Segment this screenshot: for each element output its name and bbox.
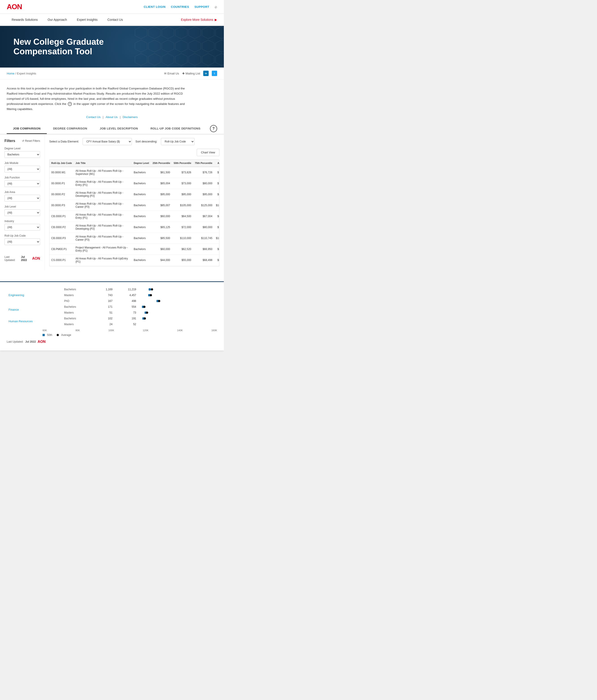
employee-count-cell: 191	[114, 316, 138, 321]
explore-more[interactable]: Explore More Solutions ▶	[181, 18, 217, 22]
email-us-label: Email Us	[167, 72, 179, 75]
email-us-link[interactable]: ✉ Email Us	[164, 72, 179, 75]
tab-job-level-description[interactable]: JOB LEVEL DESCRIPTION	[93, 123, 144, 134]
nav-contact-us[interactable]: Contact Us	[102, 14, 128, 25]
chart-cell	[138, 316, 217, 321]
cell-rollup: CB.0000.P2	[49, 222, 74, 232]
table-row: CS.0000.P2 All Areas Roll-Up - All Focus…	[49, 266, 219, 267]
job-module-select[interactable]: (All)	[4, 166, 40, 172]
reset-filters-link[interactable]: ↺ Reset Filters	[22, 139, 40, 143]
job-level-select[interactable]: (All)	[4, 209, 40, 216]
cell-p50: $76,000	[172, 266, 193, 267]
nav-expert-insights[interactable]: Expert Insights	[72, 14, 102, 25]
company-count-cell: 1,169	[94, 286, 114, 292]
chevron-right-icon: ▶	[215, 18, 217, 22]
compensation-table: Roll-Up Job Code Job Title Degree Level …	[49, 159, 219, 267]
cell-p25: $85,007	[151, 200, 172, 211]
cell-degree: Bachelors	[132, 189, 151, 200]
job-area-select[interactable]: (All)	[4, 195, 40, 201]
tabs-container: JOB COMPARISON DEGREE COMPARISON JOB LEV…	[0, 123, 224, 134]
breadcrumb-actions: ✉ Email Us ✚ Mailing List in t	[164, 71, 217, 76]
job-function-select[interactable]: (All)	[4, 180, 40, 187]
job-module-label: Job Module	[4, 161, 40, 165]
sort-select[interactable]: Roll-Up Job Code	[161, 138, 194, 145]
mailing-list-link[interactable]: ✚ Mailing List	[182, 72, 200, 75]
nav-rewards-solutions[interactable]: Rewards Solutions	[7, 14, 43, 25]
bottom-degree-comparison: Engineering Bachelors 1,169 11,219 Maste…	[0, 281, 224, 350]
degree-cell: Masters	[62, 310, 93, 316]
degree-level-select[interactable]: Bachelors	[4, 151, 40, 158]
job-function-label: Job Function	[4, 176, 40, 179]
cell-p50: $95,000	[172, 189, 193, 200]
link-separator-2: |	[120, 116, 121, 119]
tab-degree-comparison[interactable]: DEGREE COMPARISON	[47, 123, 93, 134]
cell-title: All Areas Roll-Up - All Focuses Roll-Up …	[74, 222, 132, 232]
job-area-link[interactable]: Engineering	[8, 294, 24, 297]
tab-rollup-definitions[interactable]: ROLL-UP JOB CODE DEFINITIONS	[144, 123, 207, 134]
breadcrumb-home[interactable]: Home	[7, 72, 15, 75]
table-row: CB.0000.P1 All Areas Roll-Up - All Focus…	[49, 211, 219, 222]
countries-link[interactable]: COUNTRIES	[171, 5, 189, 8]
degree-level-label: Degree Level	[4, 147, 40, 150]
cell-p50: $110,000	[172, 232, 193, 244]
cell-degree: Bachelors	[132, 200, 151, 211]
cell-p25: $95,000	[151, 189, 172, 200]
col-header-rollup: Roll-Up Job Code	[49, 159, 74, 167]
client-login-link[interactable]: CLIENT LOGIN	[144, 5, 166, 8]
cell-p50: $105,000	[172, 200, 193, 211]
cell-degree: Bachelors	[132, 211, 151, 222]
job-area-cell: Engineering	[7, 286, 62, 304]
support-link[interactable]: SUPPORT	[194, 5, 209, 8]
help-button[interactable]: ?	[210, 125, 217, 132]
content-links: Contact Us | About Us | Disclaimers	[7, 116, 217, 119]
cell-rollup: 00.0000.P1	[49, 178, 74, 189]
company-count-cell: 167	[94, 298, 114, 304]
chart-cell	[138, 321, 217, 327]
degree-cell: Bachelors	[62, 304, 93, 310]
data-element-select[interactable]: CFY Annual Base Salary ($)	[82, 138, 132, 145]
contact-us-link[interactable]: Contact Us	[86, 116, 100, 119]
hero-background-pattern	[134, 26, 224, 68]
cell-title: All Areas Roll-Up - All Focuses Roll-Up …	[74, 200, 132, 211]
aon-logo-sidebar: AON	[32, 256, 40, 260]
linkedin-icon[interactable]: in	[203, 71, 209, 76]
x-axis-label: 120K	[143, 329, 149, 332]
cell-p75: $80,000	[193, 222, 214, 232]
employee-count-cell: 73	[114, 310, 138, 316]
disclaimers-link[interactable]: Disclaimers	[123, 116, 138, 119]
cell-p25: $61,500	[151, 167, 172, 178]
data-toolbar: Select a Data Element: CFY Annual Base S…	[49, 138, 219, 156]
bottom-aon-logo: AON	[38, 340, 46, 344]
cell-p50: $73,000	[172, 178, 193, 189]
cell-rollup: CB.0000.P3	[49, 232, 74, 244]
cell-title: All Areas Roll-Up - All Focuses Roll-UpD…	[74, 266, 132, 267]
industry-select[interactable]: (All)	[4, 224, 40, 231]
employee-count-cell: 11,219	[114, 286, 138, 292]
tool-area: Filters ↺ Reset Filters Degree Level Bac…	[0, 134, 224, 277]
legend-50th: 50th	[43, 333, 52, 336]
cell-rollup: 00.0000.P2	[49, 189, 74, 200]
col-header-avg: Average	[214, 159, 219, 167]
filter-job-function: Job Function (All)	[4, 176, 40, 187]
job-area-link[interactable]: Human Resources	[8, 320, 33, 323]
about-us-link[interactable]: About Us	[106, 116, 118, 119]
employee-count-cell: 498	[114, 298, 138, 304]
dot-avg	[146, 311, 148, 314]
search-icon[interactable]: ⌕	[215, 4, 217, 9]
x-axis-labels: 60K80K100K120K140K160K	[7, 327, 217, 332]
cell-degree: Bachelors	[132, 222, 151, 232]
rollup-job-code-select[interactable]: (All)	[4, 239, 40, 245]
refresh-icon: ↺	[22, 139, 24, 143]
cell-p25: $62,750	[151, 266, 172, 267]
job-area-cell: Finance	[7, 304, 62, 316]
main-tabs: JOB COMPARISON DEGREE COMPARISON JOB LEV…	[7, 123, 207, 134]
job-area-link[interactable]: Finance	[8, 308, 19, 311]
legend-average-label: Average	[61, 333, 71, 336]
cell-p75: $66,950	[193, 244, 214, 254]
table-row: CB.0000.P3 All Areas Roll-Up - All Focus…	[49, 232, 219, 244]
nav-our-approach[interactable]: Our Approach	[43, 14, 72, 25]
chart-view-button[interactable]: Chart View	[197, 149, 219, 156]
twitter-icon[interactable]: t	[212, 71, 217, 76]
tab-job-comparison[interactable]: JOB COMPARISON	[7, 123, 47, 134]
aon-logo[interactable]: AON	[7, 3, 22, 11]
